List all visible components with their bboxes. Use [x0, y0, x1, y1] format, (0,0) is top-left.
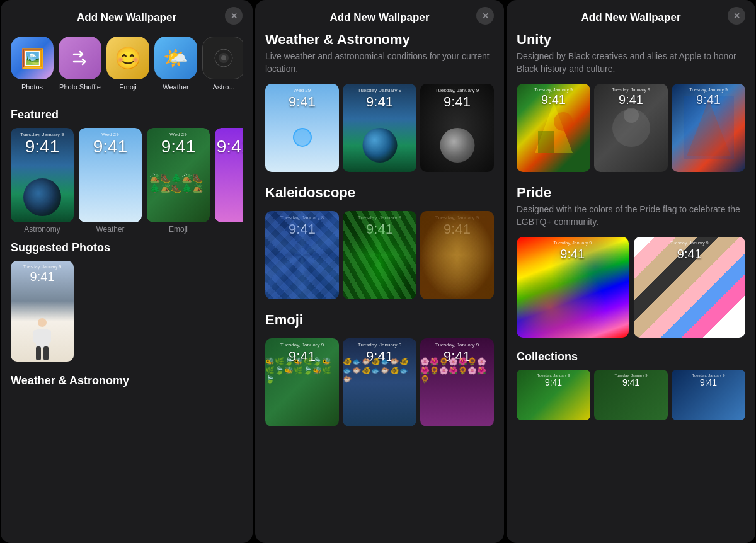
emoji-fish-item[interactable]: Tuesday, January 9 9:41 🐠🐟🐡🐠🐟🐡🐠🐟🐡🐠🐟🐡🐠🐟🐡	[343, 338, 416, 426]
kaleidoscope-grid: Tuesday, January 8 9:41 Tuesday, January…	[265, 211, 494, 299]
emoji-thumb: Wed 29 9:41 🏕️🥾🌲🏕️🥾🌲🏕️🥾🌲🏕️	[147, 128, 210, 222]
featured-astronomy-item[interactable]: Tuesday, January 9 9:41 Astronomy	[11, 128, 74, 234]
weather-astronomy-grid: Wed 29 9:41 Tuesday, January 9 9:41 Tues…	[265, 84, 494, 172]
svg-point-10	[554, 112, 573, 131]
photo-shuffle-label: Photo Shuffle	[59, 83, 101, 91]
pride-time-2: 9:41	[634, 247, 746, 261]
weather-icon: 🌤️	[154, 37, 197, 79]
pride-grid: Tuesday, January 9 9:41 Tuesday, January…	[517, 237, 745, 338]
featured-row: Tuesday, January 9 9:41 Astronomy Wed 29…	[11, 128, 243, 234]
middle-close-icon: ✕	[482, 11, 489, 21]
featured-extra-item[interactable]: 9:41	[215, 128, 243, 234]
emoji-label: Emoji	[119, 83, 137, 91]
svg-rect-7	[36, 346, 41, 360]
moon-time: 9:41	[420, 94, 494, 110]
pride-paint-item[interactable]: Tuesday, January 9 9:41	[517, 237, 629, 338]
suggested-thumb: Tuesday, January 9 9:41	[11, 261, 74, 362]
photos-type-item[interactable]: 🖼️ Photos	[11, 37, 54, 91]
left-panel-title: Add New Wallpaper	[77, 11, 176, 24]
earth-wallpaper-item[interactable]: Tuesday, January 9 9:41	[343, 84, 416, 172]
featured-weather-item[interactable]: Wed 29 9:41 Weather	[79, 128, 142, 234]
weather-label: Weather	[163, 83, 188, 91]
unity-blue-item[interactable]: Tuesday, January 9 9:41	[672, 84, 745, 172]
pride-stripes-item[interactable]: Tuesday, January 9 9:41	[634, 237, 746, 338]
photos-label: Photos	[21, 83, 43, 91]
emoji-flower-item[interactable]: Tuesday, January 9 9:41 🌸🌺🌻🌸🌺🌻🌸🌺🌻🌸🌺🌻🌸🌺🌻	[420, 338, 494, 426]
left-panel: Add New Wallpaper ✕ 🖼️ Photos Photo Shuf…	[1, 0, 253, 543]
astronomy-label: Astro...	[213, 83, 235, 91]
suggested-photo-item[interactable]: Tuesday, January 9 9:41	[11, 261, 74, 362]
emoji-type-item[interactable]: 😊 Emoji	[106, 37, 149, 91]
svg-rect-6	[45, 330, 51, 343]
kaleido-time-2: 9:41	[343, 221, 416, 237]
kaleido-time-1: 9:41	[265, 221, 339, 237]
earth-time: 9:41	[343, 94, 416, 110]
middle-panel: Add New Wallpaper ✕ Weather & Astronomy …	[255, 0, 504, 543]
unity-desc: Designed by Black creatives and allies a…	[517, 50, 745, 75]
emoji-bee-item[interactable]: Tuesday, January 9 9:41 🐝🌿🍃🐝🌿🍃🐝🌿🍃🐝🌿🍃🐝🌿🍃	[265, 338, 339, 426]
right-panel-header: Add New Wallpaper ✕	[507, 0, 755, 31]
kaleido-time-3: 9:41	[420, 221, 494, 237]
svg-rect-11	[538, 131, 554, 153]
suggested-date: Tuesday, January 9	[11, 265, 74, 269]
wallpaper-type-grid: 🖼️ Photos Photo Shuffle 😊 Emoji	[11, 31, 243, 101]
right-panel-scroll: Unity Designed by Black creatives and al…	[507, 31, 755, 543]
kaleido-brown-item[interactable]: Tuesday, January 9 9:41	[420, 211, 494, 299]
collection-time-2: 9:41	[594, 377, 668, 387]
moon-wallpaper-item[interactable]: Tuesday, January 9 9:41	[420, 84, 494, 172]
unity-grid: Tuesday, January 9 9:41 Tuesday, January…	[517, 84, 745, 172]
pride-title: Pride	[517, 185, 745, 201]
weather-astronomy-link-text: Weather & Astronomy	[11, 374, 129, 387]
emoji-item-label: Emoji	[169, 225, 188, 234]
extra-time: 9:41	[217, 137, 243, 157]
left-panel-header: Add New Wallpaper ✕	[1, 0, 253, 31]
middle-panel-title: Add New Wallpaper	[329, 11, 429, 24]
collections-title: Collections	[517, 350, 745, 363]
svg-rect-5	[33, 330, 40, 343]
left-close-button[interactable]: ✕	[225, 7, 243, 25]
collections-grid: Tuesday, January 9 9:41 Tuesday, January…	[517, 370, 745, 420]
svg-point-3	[38, 318, 47, 327]
featured-emoji-item[interactable]: Wed 29 9:41 🏕️🥾🌲🏕️🥾🌲🏕️🥾🌲🏕️ Emoji	[147, 128, 210, 234]
left-close-icon: ✕	[231, 11, 238, 21]
right-panel: Add New Wallpaper ✕ Unity Designed by Bl…	[507, 0, 755, 543]
emoji-category-title: Emoji	[265, 312, 494, 328]
collection-item-1[interactable]: Tuesday, January 9 9:41	[517, 370, 590, 420]
emoji-time: 9:41	[161, 137, 196, 157]
emoji-icon: 😊	[106, 37, 149, 79]
weather-astronomy-title: Weather & Astronomy	[265, 31, 494, 48]
unity-gray-item[interactable]: Tuesday, January 9 9:41	[594, 84, 668, 172]
suggested-header: Suggested Photos	[11, 241, 243, 254]
kaleido-green-item[interactable]: Tuesday, January 9 9:41	[343, 211, 416, 299]
left-panel-scroll: 🖼️ Photos Photo Shuffle 😊 Emoji	[1, 31, 253, 543]
featured-extra-thumb: 9:41	[215, 128, 243, 222]
weather-wallpaper-item[interactable]: Wed 29 9:41	[265, 84, 339, 172]
kaleido-blue-item[interactable]: Tuesday, January 8 9:41	[265, 211, 339, 299]
astronomy-time: 9:41	[25, 137, 60, 157]
astronomy-thumb: Tuesday, January 9 9:41	[11, 128, 74, 222]
svg-point-13	[624, 108, 639, 123]
astronomy-type-item[interactable]: Astro...	[202, 37, 243, 91]
right-panel-title: Add New Wallpaper	[581, 11, 680, 24]
emoji-grid: Tuesday, January 9 9:41 🐝🌿🍃🐝🌿🍃🐝🌿🍃🐝🌿🍃🐝🌿🍃 …	[265, 338, 494, 426]
weather-type-item[interactable]: 🌤️ Weather	[154, 37, 197, 91]
weather-astronomy-link[interactable]: Weather & Astronomy	[11, 374, 243, 387]
collection-item-3[interactable]: Tuesday, January 9 9:41	[672, 370, 745, 420]
svg-rect-8	[43, 346, 49, 360]
unity-green-item[interactable]: Tuesday, January 9 9:41	[517, 84, 590, 172]
astronomy-item-label: Astronomy	[24, 225, 60, 234]
suggested-row: Tuesday, January 9 9:41	[11, 261, 243, 362]
photo-shuffle-icon	[59, 37, 101, 79]
kaleidoscope-title: Kaleidoscope	[265, 185, 494, 201]
pride-time-1: 9:41	[517, 247, 629, 261]
right-close-button[interactable]: ✕	[728, 7, 745, 25]
unity-title: Unity	[517, 31, 745, 48]
collection-item-2[interactable]: Tuesday, January 9 9:41	[594, 370, 668, 420]
weather-thumb: Wed 29 9:41	[79, 128, 142, 222]
middle-panel-header: Add New Wallpaper ✕	[255, 0, 504, 31]
weather-astronomy-desc: Live weather and astronomical conditions…	[265, 50, 494, 75]
featured-header: Featured	[11, 108, 243, 122]
photo-shuffle-type-item[interactable]: Photo Shuffle	[59, 37, 101, 91]
astronomy-icon	[202, 37, 243, 79]
middle-close-button[interactable]: ✕	[476, 7, 494, 25]
